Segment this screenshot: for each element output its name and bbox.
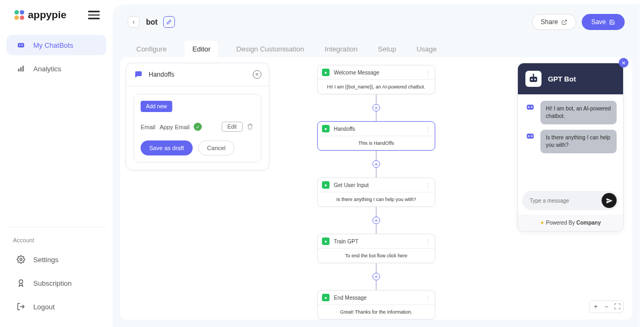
save-button[interactable]: Save [582, 14, 625, 30]
bot-avatar-icon [524, 101, 536, 113]
bot-avatar-icon [525, 71, 541, 87]
add-node-button[interactable]: + [372, 104, 380, 112]
add-node-button[interactable]: + [372, 217, 380, 224]
flow-node[interactable]: ● Handoffs ⋮ This is HandOffs [317, 121, 435, 151]
edit-button[interactable]: Edit [222, 122, 243, 132]
svg-point-13 [531, 79, 533, 80]
powered-prefix: Powered By [546, 220, 576, 226]
share-label: Share [541, 18, 558, 26]
check-icon: ✓ [194, 123, 202, 131]
sidebar-item-label: My ChatBots [33, 41, 73, 49]
delete-button[interactable] [247, 123, 254, 131]
node-body: Is there anything I can help you with? [318, 192, 435, 206]
handoffs-panel: Handoffs ✕ Add new Email Appy Email ✓ Ed… [126, 63, 269, 170]
zoom-controls: + − ⛶ [589, 300, 624, 313]
tab-editor[interactable]: Editor [185, 41, 218, 57]
flow-node[interactable]: ● Get User Input ⋮ Is there anything I c… [317, 177, 435, 207]
node-body: Hi! I am {{bot_name}}, an AI-powered cha… [318, 80, 435, 94]
node-menu-button[interactable]: ⋮ [425, 70, 430, 76]
tab-setup[interactable]: Setup [376, 41, 398, 57]
brand-logo: appypie [13, 9, 67, 21]
svg-point-11 [19, 280, 23, 284]
add-new-button[interactable]: Add new [141, 101, 172, 112]
close-panel-button[interactable]: ✕ [253, 70, 261, 79]
flow-node[interactable]: ● Welcome Message ⋮ Hi! I am {{bot_name}… [317, 65, 435, 94]
message-input[interactable] [530, 198, 602, 204]
node-title: Train GPT [334, 239, 421, 244]
add-node-button[interactable]: + [372, 273, 380, 280]
logo-row: appypie [0, 9, 113, 33]
node-title: Welcome Message [334, 70, 421, 76]
tab-integration[interactable]: Integration [323, 41, 360, 57]
email-label: Email [141, 124, 156, 130]
svg-point-0 [14, 10, 19, 14]
account-section-label: Account [0, 233, 113, 248]
gear-icon [16, 255, 26, 264]
send-button[interactable] [602, 193, 617, 208]
fullscreen-button[interactable]: ⛶ [613, 302, 621, 311]
share-button[interactable]: Share [532, 14, 576, 30]
message-row: Hi! I am bot, an AI-powered chatbot. [524, 101, 617, 124]
tabs: Configure Editor Design Customisation In… [113, 38, 640, 57]
tab-configure[interactable]: Configure [134, 41, 169, 57]
svg-point-2 [14, 16, 19, 20]
save-draft-button[interactable]: Save as draft [141, 140, 193, 155]
brand-name: appypie [28, 9, 67, 21]
breadcrumb: ‹ bot [128, 16, 175, 28]
edit-name-button[interactable] [163, 16, 175, 28]
bot-icon [16, 40, 26, 50]
email-row: Email Appy Email ✓ Edit [141, 122, 254, 132]
pencil-icon [166, 19, 172, 25]
sidebar-item-analytics[interactable]: Analytics [6, 58, 106, 79]
message-bubble: Hi! I am bot, an AI-powered chatbot. [540, 101, 617, 124]
sidebar-item-label: Subscription [33, 279, 72, 287]
node-title: Handoffs [334, 126, 421, 132]
svg-point-21 [528, 136, 530, 137]
node-header: ● Handoffs ⋮ [318, 122, 435, 136]
svg-point-16 [533, 74, 535, 76]
logout-icon [16, 302, 26, 311]
svg-point-14 [535, 79, 536, 80]
flow-node[interactable]: ● Train GPT ⋮ To end the bot flow click … [317, 234, 435, 263]
panel-header: Handoffs ✕ [126, 63, 269, 86]
node-header: ● End Message ⋮ [318, 291, 435, 305]
trash-icon [247, 123, 253, 130]
cancel-button[interactable]: Cancel [198, 140, 235, 155]
powered-company: Company [576, 220, 601, 226]
sidebar-item-label: Analytics [33, 65, 61, 73]
back-button[interactable]: ‹ [128, 16, 140, 28]
close-preview-button[interactable]: ✕ [619, 58, 628, 68]
zoom-in-button[interactable]: + [591, 302, 600, 311]
preview-body: Hi! I am bot, an AI-powered chatbot. Is … [518, 94, 623, 191]
panel-body: Add new Email Appy Email ✓ Edit Save as … [126, 86, 269, 170]
email-value: Appy Email [160, 124, 190, 130]
sidebar-item-subscription[interactable]: Subscription [6, 273, 106, 293]
flow-diagram: ● Welcome Message ⋮ Hi! I am {{bot_name}… [317, 65, 435, 319]
tab-design[interactable]: Design Customisation [234, 41, 306, 57]
send-icon [606, 197, 613, 204]
sidebar-item-logout[interactable]: Logout [6, 296, 106, 317]
main-area: ‹ bot Share Save Configure Editor Design… [113, 4, 640, 327]
node-menu-button[interactable]: ⋮ [425, 126, 430, 132]
svg-rect-20 [527, 133, 534, 138]
editor-canvas[interactable]: Handoffs ✕ Add new Email Appy Email ✓ Ed… [120, 57, 632, 319]
node-header: ● Train GPT ⋮ [318, 234, 435, 249]
svg-rect-9 [23, 66, 24, 72]
message-bubble: Is there anything I can help you with? [540, 130, 617, 153]
external-link-icon [561, 19, 567, 25]
node-header: ● Get User Input ⋮ [318, 178, 435, 192]
svg-rect-12 [530, 77, 537, 82]
add-node-button[interactable]: + [372, 160, 380, 168]
flow-node[interactable]: ● End Message ⋮ Great! Thanks for the in… [317, 290, 435, 319]
zoom-out-button[interactable]: − [602, 302, 611, 311]
node-menu-button[interactable]: ⋮ [425, 182, 430, 188]
tab-usage[interactable]: Usage [414, 41, 439, 57]
node-title: End Message [334, 295, 421, 301]
node-menu-button[interactable]: ⋮ [425, 239, 430, 244]
sidebar-item-settings[interactable]: Settings [6, 249, 106, 270]
node-menu-button[interactable]: ⋮ [425, 295, 430, 301]
node-header: ● Welcome Message ⋮ [318, 65, 435, 80]
menu-toggle-icon[interactable] [88, 11, 100, 19]
sidebar-item-mychatbots[interactable]: My ChatBots [6, 35, 106, 55]
svg-point-10 [20, 258, 22, 261]
